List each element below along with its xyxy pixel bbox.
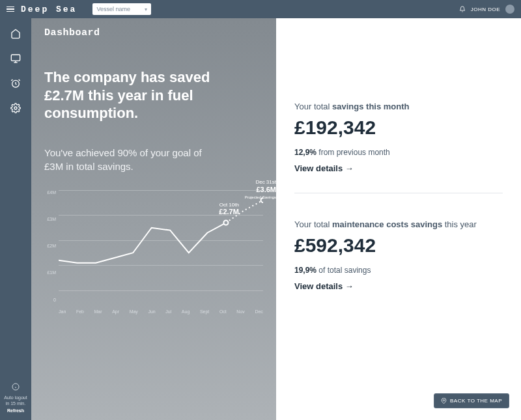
chart-y-tick: 0 (44, 298, 56, 302)
chart-x-tick: Dec (255, 309, 262, 314)
auto-logout-text: Auto logout in 15 min. (4, 395, 27, 406)
chart-x-tick: Mar (94, 309, 102, 314)
svg-point-10 (443, 400, 444, 401)
panel-right: Your total savings this month £192,342 1… (276, 18, 521, 420)
topbar-right: JOHN DOE (459, 5, 514, 14)
pin-icon (441, 398, 447, 404)
metric-month-value: £192,342 (294, 117, 503, 139)
back-to-map-button[interactable]: BACK TO THE MAP (434, 393, 509, 408)
avatar[interactable] (505, 5, 514, 14)
menu-icon[interactable] (7, 7, 14, 12)
page-title: Dashboard (44, 27, 263, 38)
bell-icon[interactable] (459, 6, 466, 12)
topbar-left: Deep Sea Vessel name ▾ (7, 3, 151, 15)
chart-x-tick: Apr (112, 309, 119, 314)
metric-year-delta: 19,9% of total savings (294, 266, 503, 275)
home-icon[interactable] (10, 29, 21, 39)
back-to-map-label: BACK TO THE MAP (450, 398, 502, 404)
metric-year-value: £592,342 (294, 234, 503, 257)
metric-month-delta: 12,9% from previous month (294, 148, 503, 157)
chart-x-tick: Feb (76, 309, 84, 314)
chart-area: JanFebMarAprMayJunJulAugSeptOctNovDecOct… (59, 190, 263, 314)
settings-icon[interactable] (10, 103, 21, 113)
metric-month-label: Your total savings this month (294, 102, 503, 111)
alarm-icon[interactable] (10, 78, 21, 89)
refresh-link[interactable]: Refresh (4, 408, 27, 413)
chart-y-tick: £4M (44, 190, 56, 195)
app-root: Deep Sea Vessel name ▾ JOHN DOE (0, 0, 521, 420)
svg-rect-0 (11, 55, 20, 61)
chart-y-tick: £1M (44, 270, 56, 275)
chart-y-tick: £3M (44, 217, 56, 221)
chart-x-tick: Jan (59, 309, 66, 314)
divider (294, 193, 503, 193)
topbar: Deep Sea Vessel name ▾ JOHN DOE (0, 0, 521, 18)
metric-year-label: Your total maintenance costs savings thi… (294, 219, 503, 229)
savings-chart: £4M£3M£2M£1M0 JanFebMarAprMayJunJulAugSe… (44, 190, 263, 314)
svg-point-8 (223, 220, 228, 225)
chart-x-tick: Jun (148, 309, 155, 314)
chart-x-tick: Sept (200, 309, 209, 314)
brand-logo: Deep Sea (21, 5, 77, 14)
chart-x-axis: JanFebMarAprMayJunJulAugSeptOctNovDec (59, 309, 263, 314)
chevron-down-icon: ▾ (145, 7, 147, 12)
vessel-select-label: Vessel name (96, 6, 130, 12)
view-details-year[interactable]: View details → (294, 281, 503, 291)
chart-x-tick: Aug (182, 309, 190, 314)
body: Auto logout in 15 min. Refresh Dashboard… (0, 18, 521, 420)
panel-left: Dashboard The company has saved £2.7M th… (31, 18, 276, 420)
metric-month: Your total savings this month £192,342 1… (294, 102, 503, 173)
info-icon[interactable] (12, 383, 20, 391)
user-name: JOHN DOE (471, 7, 500, 12)
metric-year: Your total maintenance costs savings thi… (294, 219, 503, 291)
monitor-icon[interactable] (10, 53, 21, 64)
sidebar-footer: Auto logout in 15 min. Refresh (4, 383, 27, 420)
svg-point-9 (261, 197, 264, 202)
chart-x-tick: Oct (219, 309, 227, 314)
sidebar: Auto logout in 15 min. Refresh (0, 18, 31, 420)
chart-x-tick: Jul (165, 309, 171, 314)
svg-point-4 (14, 107, 17, 109)
chart-x-tick: Nov (236, 309, 244, 314)
headline: The company has saved £2.7M this year in… (44, 68, 253, 122)
chart-x-tick: May (130, 309, 138, 314)
view-details-month[interactable]: View details → (294, 163, 503, 173)
chart-y-tick: £2M (44, 244, 56, 248)
vessel-select[interactable]: Vessel name ▾ (92, 3, 151, 15)
content: Dashboard The company has saved £2.7M th… (31, 18, 521, 420)
chart-y-axis: £4M£3M£2M£1M0 (44, 190, 59, 314)
subhead: You've achieved 90% of your goal of £3M … (44, 146, 207, 173)
chart-svg (59, 190, 263, 302)
